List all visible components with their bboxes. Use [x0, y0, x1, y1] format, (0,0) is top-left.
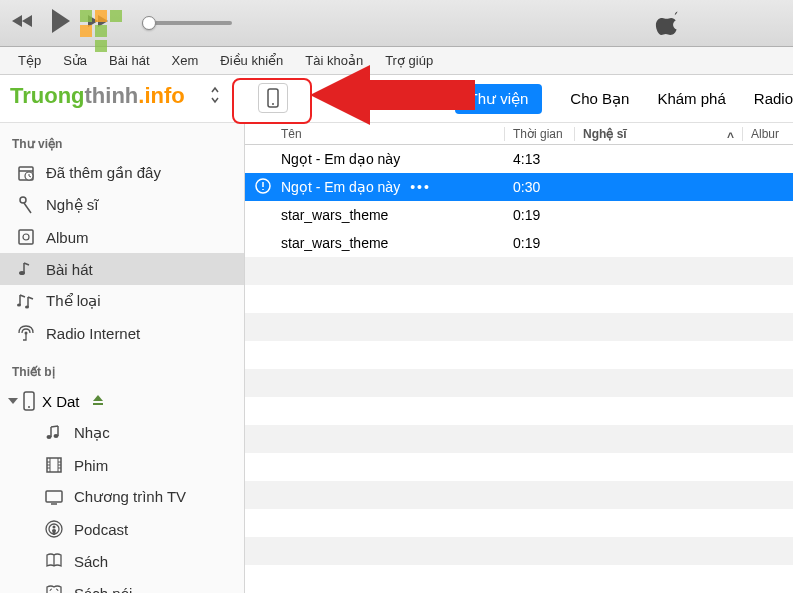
menu-song[interactable]: Bài hát: [99, 50, 159, 71]
previous-button[interactable]: [10, 13, 34, 33]
song-name: star_wars_theme: [281, 235, 388, 251]
table-row-empty: [245, 565, 793, 593]
song-name: star_wars_theme: [281, 207, 388, 223]
tab-library[interactable]: Thư viện: [455, 84, 543, 114]
podcast-icon: [44, 519, 64, 539]
menu-edit[interactable]: Sửa: [53, 50, 97, 71]
tab-for-you[interactable]: Cho Bạn: [570, 90, 629, 108]
svg-point-21: [54, 434, 59, 438]
device-button[interactable]: [258, 83, 288, 113]
device-item-music[interactable]: Nhạc: [0, 417, 244, 449]
sidebar-item-label: Thể loại: [46, 292, 101, 310]
sidebar-item-label: Radio Internet: [46, 325, 140, 342]
menu-account[interactable]: Tài khoản: [295, 50, 373, 71]
column-time[interactable]: Thời gian: [505, 127, 575, 141]
volume-thumb[interactable]: [142, 16, 156, 30]
column-album[interactable]: Albur: [743, 127, 793, 141]
more-icon[interactable]: •••: [410, 179, 431, 195]
svg-point-12: [23, 234, 29, 240]
song-time: 0:19: [505, 207, 575, 223]
titlebar: [0, 0, 793, 47]
svg-point-14: [17, 304, 21, 307]
device-item-podcast[interactable]: Podcast: [0, 513, 244, 545]
song-name: Ngọt - Em dạo này: [281, 151, 400, 167]
song-time: 0:19: [505, 235, 575, 251]
table-row-empty: [245, 509, 793, 537]
table-row-empty: [245, 537, 793, 565]
main: Tên Thời gian Nghệ sĩ^ Albur Ngọt - Em d…: [245, 123, 793, 593]
table-row[interactable]: Ngọt - Em dạo này 4:13: [245, 145, 793, 173]
sidebar-item-label: Nghệ sĩ: [46, 196, 98, 214]
svg-point-7: [272, 103, 274, 105]
phone-icon: [22, 391, 36, 411]
sidebar-item-label: Chương trình TV: [74, 488, 186, 506]
note-icon: [16, 259, 36, 279]
playback-controls: [10, 7, 232, 39]
sidebar-item-artists[interactable]: Nghệ sĩ: [0, 189, 244, 221]
content: Thư viện Đã thêm gần đây Nghệ sĩ Album B…: [0, 123, 793, 593]
table-row-empty: [245, 481, 793, 509]
audiobook-icon: [44, 583, 64, 593]
column-name[interactable]: Tên: [245, 127, 505, 141]
table-row-empty: [245, 425, 793, 453]
menu-file[interactable]: Tệp: [8, 50, 51, 71]
svg-point-13: [19, 271, 25, 275]
mic-icon: [16, 195, 36, 215]
nav-tabs: Thư viện Cho Bạn Khám phá Radio: [455, 84, 794, 114]
table-row-empty: [245, 285, 793, 313]
sidebar-item-label: Nhạc: [74, 424, 110, 442]
table-row[interactable]: Ngọt - Em dạo này ••• 0:30: [245, 173, 793, 201]
play-button[interactable]: [46, 7, 74, 39]
sidebar: Thư viện Đã thêm gần đây Nghệ sĩ Album B…: [0, 123, 245, 593]
table-header: Tên Thời gian Nghệ sĩ^ Albur: [245, 123, 793, 145]
device-item-books[interactable]: Sách: [0, 545, 244, 577]
column-artist[interactable]: Nghệ sĩ^: [575, 127, 743, 141]
radio-icon: [16, 323, 36, 343]
tv-icon: [44, 487, 64, 507]
toolbar: Truongthinh.info Thư viện Cho Bạn Khám p…: [0, 75, 793, 123]
sidebar-item-recently-added[interactable]: Đã thêm gần đây: [0, 157, 244, 189]
media-selector-caret-icon[interactable]: [210, 85, 220, 109]
disclosure-triangle-icon[interactable]: [8, 398, 18, 404]
menu-controls[interactable]: Điều khiển: [210, 50, 293, 71]
device-item-movies[interactable]: Phim: [0, 449, 244, 481]
volume-slider[interactable]: [142, 21, 232, 25]
device-name: X Dat: [42, 393, 80, 410]
sidebar-item-label: Phim: [74, 457, 108, 474]
clock-icon: [16, 163, 36, 183]
sort-ascending-icon: ^: [727, 130, 734, 144]
genre-icon: [16, 291, 36, 311]
menubar: Tệp Sửa Bài hát Xem Điều khiển Tài khoản…: [0, 47, 793, 75]
device-row[interactable]: X Dat: [0, 385, 244, 417]
svg-rect-19: [93, 403, 103, 405]
sidebar-heading-library: Thư viện: [0, 131, 244, 157]
next-button[interactable]: [86, 13, 110, 33]
menu-help[interactable]: Trợ giúp: [375, 50, 443, 71]
table-row-empty: [245, 453, 793, 481]
tab-browse[interactable]: Khám phá: [657, 90, 725, 107]
book-icon: [44, 551, 64, 571]
sidebar-item-label: Album: [46, 229, 89, 246]
table-row[interactable]: star_wars_theme 0:19: [245, 201, 793, 229]
table-row-empty: [245, 397, 793, 425]
tab-radio[interactable]: Radio: [754, 90, 793, 107]
svg-rect-11: [19, 230, 33, 244]
album-icon: [16, 227, 36, 247]
device-item-audiobooks[interactable]: Sách nói: [0, 577, 244, 593]
table-row-empty: [245, 257, 793, 285]
sidebar-item-label: Sách nói: [74, 585, 132, 594]
svg-point-26: [53, 526, 56, 529]
sidebar-item-songs[interactable]: Bài hát: [0, 253, 244, 285]
table-row[interactable]: star_wars_theme 0:19: [245, 229, 793, 257]
sidebar-item-label: Đã thêm gần đây: [46, 164, 161, 182]
device-item-tv[interactable]: Chương trình TV: [0, 481, 244, 513]
apple-logo-icon: [655, 8, 685, 42]
menu-view[interactable]: Xem: [162, 50, 209, 71]
sidebar-item-radio[interactable]: Radio Internet: [0, 317, 244, 349]
phone-icon: [266, 88, 280, 108]
svg-point-18: [28, 406, 30, 408]
svg-point-15: [25, 306, 29, 309]
sidebar-item-genres[interactable]: Thể loại: [0, 285, 244, 317]
eject-icon[interactable]: [90, 392, 106, 411]
sidebar-item-albums[interactable]: Album: [0, 221, 244, 253]
